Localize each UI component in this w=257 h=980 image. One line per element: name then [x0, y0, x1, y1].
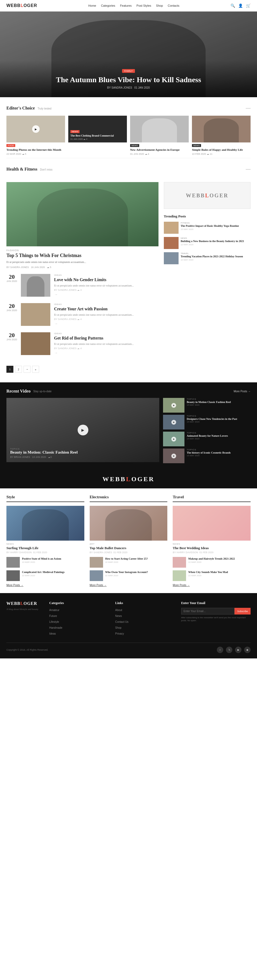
rv-small-play-2[interactable]: ▶ [171, 420, 176, 425]
page-1[interactable]: 1 [6, 366, 13, 373]
style-more[interactable]: More Posts → [6, 584, 84, 587]
rv-small-play-3[interactable]: ▶ [171, 437, 176, 442]
youtube-icon[interactable]: ▶ [235, 647, 241, 653]
trending-item-2[interactable]: NEWS Building a New Business in the Beau… [164, 237, 251, 249]
page-next[interactable]: → [24, 366, 30, 373]
nav-contacts[interactable]: Contacts [168, 4, 179, 7]
electronics-item-2[interactable]: Who Owns Your Instagram Account? 22 MAR … [90, 570, 168, 581]
nav-categories[interactable]: Categories [101, 4, 115, 7]
footer-cat-amateur[interactable]: Amateur [49, 609, 59, 612]
footer-link-news[interactable]: News [115, 614, 122, 617]
footer-link-about[interactable]: About [115, 609, 122, 612]
rv-small-play-1[interactable]: ▶ [171, 403, 176, 408]
instagram-icon[interactable]: ◉ [244, 647, 251, 653]
trending-tag-2: NEWS [181, 237, 251, 239]
electronics-more[interactable]: More Posts → [90, 584, 168, 587]
rv-main-tag: TOPICS [10, 448, 155, 450]
rv-more-button[interactable]: More Posts → [234, 390, 251, 393]
electronics-item-1[interactable]: How to Start Acting Career After 25? 10 … [90, 557, 168, 568]
style-main-title[interactable]: Surfing Through Life [6, 546, 84, 550]
style-item-info-1: Positive State of Mind is an Axiom 10 MA… [22, 557, 61, 563]
nav-features[interactable]: Features [120, 4, 132, 7]
post-thumb-3 [21, 332, 50, 355]
travel-item-info-1: Makeup and Hairstyle Trends 2021-2022 10… [188, 557, 235, 563]
recent-video-section: Recent Video Stay up-to-date More Posts … [0, 382, 257, 470]
editors-choice-subtitle: Truly tested [38, 107, 51, 110]
post-content-2: IDEAS Create Your Art with Passion Et ut… [54, 303, 159, 326]
style-thumb-1 [6, 557, 20, 568]
travel-more[interactable]: More Posts → [173, 584, 251, 587]
trending-item-3[interactable]: TRAVEL Trending Vacation Places in 2021-… [164, 252, 251, 264]
newsletter-subscribe-button[interactable]: Subscribe [235, 608, 251, 614]
travel-item-title-2: When City Sounds Make You Mad [188, 570, 228, 574]
pagination: 1 2 → » [6, 361, 159, 377]
rv-item-date-4: 15 MAY 2020 [187, 454, 251, 457]
date-block-3: 20 JAN 2020 [6, 332, 17, 341]
footer-categories-col: Categories Amateur Future Lifestyle Hand… [49, 601, 107, 637]
post-title-3[interactable]: Get Rid of Boring Patterns [54, 336, 159, 341]
editor-card-1[interactable]: ▶ FOOD Trending Photos on the Internet t… [6, 116, 65, 155]
cart-icon[interactable]: 🛒 [246, 3, 251, 8]
rv-item-info-1: TOPICS Beauty in Motion Classic Fashion … [187, 398, 251, 406]
page-last[interactable]: » [32, 366, 39, 373]
rv-item-3[interactable]: ▶ TOPICS Animated Beauty for Nature Love… [163, 432, 251, 446]
newsletter-email-input[interactable] [181, 608, 235, 614]
rv-play-button[interactable]: ▶ [78, 425, 88, 435]
travel-item-1[interactable]: Makeup and Hairstyle Trends 2021-2022 10… [173, 557, 251, 568]
editor-card-2[interactable]: NEWS The Best Clothing Brand Commercial … [68, 116, 127, 155]
nav-icons: 🔍 👤 🛒 [230, 3, 251, 8]
trending-date-2: 12 MAY 2020 [181, 243, 251, 246]
post-content-1: IDEAS Love with No Gender Limits Et ut p… [54, 274, 159, 297]
travel-item-2[interactable]: When City Sounds Make You Mad 22 MAR 202… [173, 570, 251, 581]
twitter-icon[interactable]: 𝕏 [226, 647, 232, 653]
post-arrow-2[interactable]: → [54, 321, 58, 326]
style-item-1[interactable]: Positive State of Mind is an Axiom 10 MA… [6, 557, 84, 568]
health-main-title[interactable]: Top 5 Things to Wish For Christmas [6, 253, 159, 258]
footer-cat-handmade[interactable]: Handmade [49, 626, 62, 629]
footer-cat-lifestyle[interactable]: Lifestyle [49, 620, 59, 624]
electronics-item-meta-1: 10 MAR 2020 [105, 561, 148, 563]
rv-item-4[interactable]: ▶ TOPICS The history of Iconic Cosmetic … [163, 449, 251, 463]
post-arrow-1[interactable]: → [54, 293, 58, 297]
page-2[interactable]: 2 [15, 366, 22, 373]
post-title-1[interactable]: Love with No Gender Limits [54, 277, 159, 283]
date-block-1: 20 JAN 2020 [6, 274, 17, 283]
rv-main-video[interactable]: ▶ TOPICS Beauty in Motion: Classic Fashi… [6, 398, 159, 463]
health-more[interactable]: — [246, 166, 251, 172]
nav-shop[interactable]: Shop [156, 4, 163, 7]
electronics-main-title[interactable]: Top Male Ballet Dancers [90, 546, 168, 550]
rv-sidebar: ▶ TOPICS Beauty in Motion Classic Fashio… [163, 398, 251, 463]
footer-link-contact[interactable]: Contact Us [115, 620, 128, 624]
footer-cat-ideas[interactable]: Ideas [49, 632, 56, 635]
card-meta-4: 10 FEB 2020 ☁ 11 [192, 153, 251, 155]
search-icon[interactable]: 🔍 [230, 3, 235, 8]
trending-item-1[interactable]: FITNESS The Positive Impact of Basic Hea… [164, 222, 251, 234]
rv-item-title-1: Beauty in Motion Classic Fashion Reel [187, 400, 251, 404]
style-item-2[interactable]: Complicated Art: Medieval Paintings 22 M… [6, 570, 84, 581]
facebook-icon[interactable]: f [217, 647, 223, 653]
play-button-1[interactable]: ▶ [32, 125, 40, 133]
card2-overlay-title: The Best Clothing Brand Commercial [70, 134, 125, 137]
nav-post-styles[interactable]: Post Styles [136, 4, 151, 7]
rv-item-tag-1: TOPICS [187, 398, 251, 400]
post-arrow-3[interactable]: → [54, 351, 58, 355]
trending-posts: Trending Posts FITNESS The Positive Impa… [164, 214, 251, 264]
logo[interactable]: WEBBLOGER [6, 3, 37, 8]
editors-choice-more[interactable]: — [246, 105, 251, 111]
rv-item-1[interactable]: ▶ TOPICS Beauty in Motion Classic Fashio… [163, 398, 251, 413]
electronics-item-meta-2: 22 MAR 2020 [105, 574, 148, 577]
post-title-2[interactable]: Create Your Art with Passion [54, 306, 159, 312]
footer-cat-future[interactable]: Future [49, 614, 57, 617]
editor-card-3[interactable]: NEWS New Advertisement Agencies in Europ… [130, 116, 189, 155]
travel-item-meta-2: 22 MAR 2020 [188, 574, 228, 577]
footer-link-privacy[interactable]: Privacy [115, 632, 124, 635]
nav-home[interactable]: Home [88, 4, 96, 7]
user-icon[interactable]: 👤 [238, 3, 243, 8]
rv-item-2[interactable]: ▶ TOPICS Designers Chase New Tendencies … [163, 415, 251, 430]
rv-small-play-4[interactable]: ▶ [171, 453, 176, 458]
footer-link-shop[interactable]: Shop [115, 626, 121, 629]
editor-card-4[interactable]: NEWS Simple Rules of Happy and Healthy L… [192, 116, 251, 155]
logo-accent: L [21, 3, 24, 8]
travel-main-title[interactable]: The Best Wedding Ideas [173, 546, 251, 550]
card-meta-1: 22 MAR 2020 ☁ 5 [6, 153, 65, 155]
